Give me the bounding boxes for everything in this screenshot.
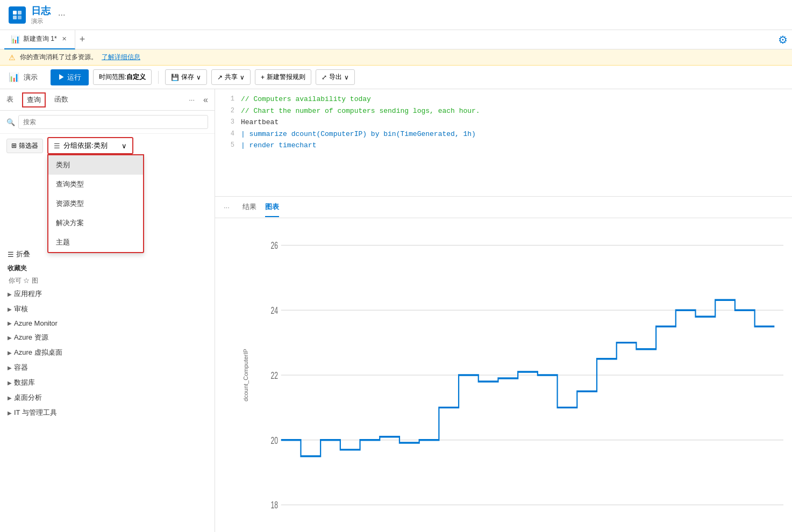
tab-query[interactable]: 查询 bbox=[22, 92, 46, 107]
share-dropdown-icon: ∨ bbox=[240, 74, 245, 81]
panel-search: 🔍 bbox=[0, 111, 215, 134]
dropdown-item-2[interactable]: 资源类型 bbox=[48, 194, 143, 213]
code-line-2: 2 // Chart the number of computers sendi… bbox=[215, 105, 792, 117]
tab-query-icon: 📊 bbox=[11, 35, 20, 44]
svg-rect-1 bbox=[18, 11, 22, 15]
tree-item-audit[interactable]: ▶ 审核 bbox=[6, 301, 208, 317]
line-num-4: 4 bbox=[219, 129, 234, 139]
arrow-icon: ▶ bbox=[8, 306, 12, 312]
tree-item-databases[interactable]: ▶ 数据库 bbox=[6, 375, 208, 390]
svg-text:18: 18 bbox=[271, 500, 279, 511]
app-subtitle: 演示 bbox=[31, 17, 51, 25]
tab-close-button[interactable]: ✕ bbox=[60, 35, 68, 43]
code-line-3: 3 Heartbeat bbox=[215, 117, 792, 128]
app-more-button[interactable]: ··· bbox=[55, 8, 68, 22]
save-dropdown-icon: ∨ bbox=[196, 74, 201, 81]
tree-item-azure-vd[interactable]: ▶ Azure 虚拟桌面 bbox=[6, 345, 208, 360]
save-icon: 💾 bbox=[171, 74, 179, 81]
line-num-1: 1 bbox=[219, 94, 234, 104]
group-dropdown-chevron: ∨ bbox=[122, 142, 127, 150]
tree-item-it-tools[interactable]: ▶ IT 与管理工具 bbox=[6, 405, 208, 420]
tree-item-azure-resources[interactable]: ▶ Azure 资源 bbox=[6, 330, 208, 345]
tree-item-label: 数据库 bbox=[14, 378, 35, 387]
tree-item-applications[interactable]: ▶ 应用程序 bbox=[6, 286, 208, 301]
app-logo bbox=[9, 6, 26, 24]
tab-bar: 📊 新建查询 1* ✕ + ⚙ bbox=[0, 30, 792, 49]
line-num-3: 3 bbox=[219, 117, 234, 127]
workspace-label: 演示 bbox=[24, 73, 38, 82]
workspace-icon: 📊 bbox=[9, 72, 19, 82]
tree-item-label: 桌面分析 bbox=[14, 393, 42, 402]
warning-link[interactable]: 了解详细信息 bbox=[102, 53, 140, 62]
fold-icon: ☰ bbox=[8, 250, 14, 258]
group-icon: ☰ bbox=[54, 142, 60, 150]
share-label: 共享 bbox=[225, 73, 238, 82]
search-icon: 🔍 bbox=[6, 118, 15, 126]
arrow-icon: ▶ bbox=[8, 291, 12, 297]
dropdown-item-4[interactable]: 主题 bbox=[48, 233, 143, 252]
tree-item-azure-monitor[interactable]: ▶ Azure Monitor bbox=[6, 317, 208, 330]
line-num-5: 5 bbox=[219, 140, 234, 150]
svg-text:24: 24 bbox=[271, 305, 279, 316]
dropdown-item-0[interactable]: 类别 bbox=[48, 155, 143, 175]
arrow-icon: ▶ bbox=[8, 380, 12, 386]
arrow-icon: ▶ bbox=[8, 410, 12, 416]
tab-chart[interactable]: 图表 bbox=[265, 198, 279, 217]
filter-icon: ⊞ bbox=[11, 142, 17, 149]
code-editor: 1 // Computers availability today 2 // C… bbox=[215, 89, 792, 197]
new-alert-button[interactable]: + 新建警报规则 bbox=[255, 69, 311, 85]
save-label: 保存 bbox=[181, 73, 194, 82]
tree-item-desktop-analytics[interactable]: ▶ 桌面分析 bbox=[6, 390, 208, 405]
dropdown-item-3[interactable]: 解决方案 bbox=[48, 213, 143, 233]
new-alert-label: 新建警报规则 bbox=[267, 73, 305, 82]
arrow-icon: ▶ bbox=[8, 350, 12, 356]
panel-tabs: 表 查询 函数 ··· « bbox=[0, 89, 215, 111]
export-button[interactable]: ⤢ 导出 ∨ bbox=[316, 69, 355, 85]
warning-icon: ⚠ bbox=[9, 53, 16, 62]
fold-label: 折叠 bbox=[16, 249, 30, 259]
chart-line bbox=[281, 300, 775, 456]
group-dropdown-menu: 类别 查询类型 资源类型 解决方案 主题 bbox=[47, 154, 144, 253]
panel-collapse-button[interactable]: « bbox=[203, 95, 208, 105]
timerange-button[interactable]: 时间范围:自定义 bbox=[93, 69, 152, 85]
search-input[interactable] bbox=[18, 115, 208, 129]
tree-item-containers[interactable]: ▶ 容器 bbox=[6, 360, 208, 375]
export-icon: ⤢ bbox=[322, 74, 327, 81]
tab-table[interactable]: 表 bbox=[6, 90, 13, 110]
tab-add-button[interactable]: + bbox=[75, 34, 90, 45]
svg-text:22: 22 bbox=[271, 370, 279, 380]
toolbar-separator bbox=[158, 71, 159, 84]
save-button[interactable]: 💾 保存 ∨ bbox=[165, 69, 207, 85]
result-tabs: ··· 结果 图表 bbox=[215, 197, 792, 218]
line-num-2: 2 bbox=[219, 106, 234, 116]
filter-row: ⊞ 筛选器 ☰ 分组依据:类别 ∨ 类别 查询类型 资源类型 解决方案 主题 bbox=[0, 134, 215, 157]
share-button[interactable]: ↗ 共享 ∨ bbox=[211, 69, 251, 85]
tree-item-label: IT 与管理工具 bbox=[14, 408, 57, 418]
run-button[interactable]: ▶ 运行 bbox=[51, 69, 89, 85]
warning-bar: ⚠ 你的查询消耗了过多资源。 了解详细信息 bbox=[0, 49, 792, 66]
tree-item-label: 应用程序 bbox=[14, 289, 42, 299]
right-panel: 1 // Computers availability today 2 // C… bbox=[215, 89, 792, 532]
result-area: ··· 结果 图表 dcount_ComputerIP bbox=[215, 197, 792, 532]
arrow-icon: ▶ bbox=[8, 365, 12, 371]
group-by-button[interactable]: ☰ 分组依据:类别 ∨ bbox=[47, 137, 133, 154]
y-axis-label: dcount_ComputerIP bbox=[242, 349, 249, 401]
main-layout: 表 查询 函数 ··· « 🔍 ⊞ 筛选器 ☰ 分组依据:类别 ∨ bbox=[0, 89, 792, 532]
top-right-icon[interactable]: ⚙ bbox=[778, 33, 788, 46]
tree-item-label: Azure 资源 bbox=[14, 333, 48, 342]
filter-button[interactable]: ⊞ 筛选器 bbox=[6, 139, 43, 153]
tab-functions[interactable]: 函数 bbox=[54, 90, 68, 110]
tab-query-1[interactable]: 📊 新建查询 1* ✕ bbox=[4, 30, 75, 49]
tree-item-label: Azure 虚拟桌面 bbox=[14, 348, 62, 357]
tab-results[interactable]: 结果 bbox=[242, 198, 256, 217]
filter-label: 筛选器 bbox=[19, 141, 38, 150]
svg-rect-3 bbox=[18, 16, 22, 19]
panel-more-button[interactable]: ··· bbox=[189, 96, 195, 104]
tree-list: ☰ 折叠 收藏夹 你可 ☆ 图 ▶ 应用程序 ▶ 审核 ▶ Azure Moni… bbox=[0, 243, 215, 532]
export-label: 导出 bbox=[329, 73, 342, 82]
dropdown-item-1[interactable]: 查询类型 bbox=[48, 175, 143, 194]
group-dropdown-wrapper: ☰ 分组依据:类别 ∨ 类别 查询类型 资源类型 解决方案 主题 bbox=[47, 137, 133, 154]
new-alert-icon: + bbox=[261, 74, 265, 81]
code-content-2: // Chart the number of computers sending… bbox=[241, 106, 480, 117]
code-content-1: // Computers availability today bbox=[241, 94, 371, 105]
